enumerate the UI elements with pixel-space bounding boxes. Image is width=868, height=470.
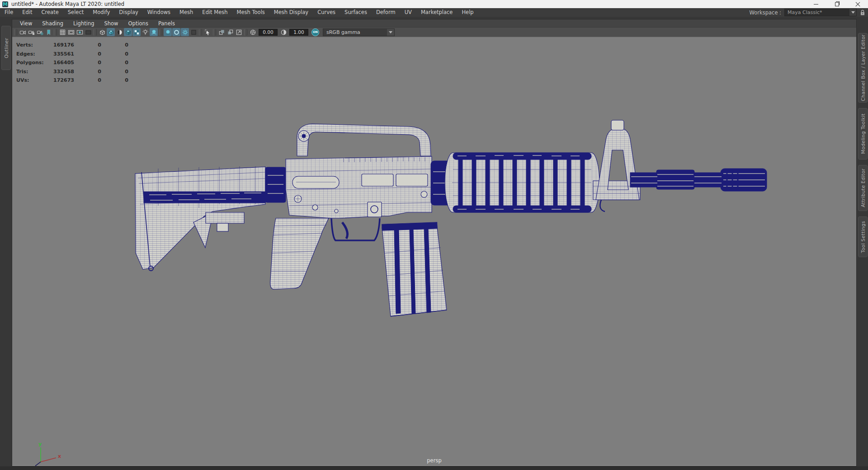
camera-name-label: persp xyxy=(427,457,441,464)
exposure-icon[interactable] xyxy=(249,28,257,36)
workspace-value: Maya Classic* xyxy=(788,9,822,15)
gate-mask-icon[interactable] xyxy=(84,28,92,36)
poly-count-hud: Verts:16917600 Edges:33556100 Polygons:1… xyxy=(16,42,128,86)
panel-menu-shading[interactable]: Shading xyxy=(37,20,68,27)
menu-edit-mesh[interactable]: Edit Mesh xyxy=(198,8,232,17)
hud-label: Edges: xyxy=(16,51,49,60)
maya-app-icon: M xyxy=(2,1,8,7)
right-sidebar: Channel Box / Layer Editor Modeling Tool… xyxy=(857,17,868,466)
workspace-area: Workspace : Maya Classic* xyxy=(750,9,868,16)
menu-mesh-display[interactable]: Mesh Display xyxy=(269,8,313,17)
panel-menu-options[interactable]: Options xyxy=(123,20,153,27)
workspace-select[interactable]: Maya Classic* xyxy=(784,9,857,16)
menu-mesh-tools[interactable]: Mesh Tools xyxy=(232,8,269,17)
camera-attributes-icon[interactable] xyxy=(36,28,44,36)
contrast-icon[interactable] xyxy=(279,28,288,36)
select-camera-icon[interactable] xyxy=(19,28,27,36)
menu-marketplace[interactable]: Marketplace xyxy=(416,8,457,17)
tab-channel-box-layer-editor[interactable]: Channel Box / Layer Editor xyxy=(858,33,868,103)
workspace-label: Workspace : xyxy=(750,9,781,16)
menu-surfaces[interactable]: Surfaces xyxy=(340,8,372,17)
lock-camera-icon[interactable] xyxy=(27,28,35,36)
menu-display[interactable]: Display xyxy=(114,8,142,17)
title-bar: M untitled* - Autodesk Maya LT 2020: unt… xyxy=(0,0,868,8)
menu-uv[interactable]: UV xyxy=(400,8,416,17)
viewport-3d[interactable]: Verts:16917600 Edges:33556100 Polygons:1… xyxy=(12,37,856,466)
view-transform-arrow-icon xyxy=(387,29,394,36)
hud-label: Tris: xyxy=(16,69,49,78)
menu-curves[interactable]: Curves xyxy=(313,8,340,17)
toolbar-separator xyxy=(54,29,57,36)
panel-menu-view[interactable]: View xyxy=(15,20,37,27)
wireframe-on-shaded-icon[interactable] xyxy=(115,28,123,36)
film-gate-icon[interactable] xyxy=(67,28,75,36)
minimize-button[interactable] xyxy=(806,0,826,8)
toolbar-separator xyxy=(213,29,216,36)
smooth-shade-icon[interactable] xyxy=(107,28,115,36)
toolbar-separator xyxy=(14,29,17,36)
toolbar-separator xyxy=(244,29,247,36)
tab-tool-settings[interactable]: Tool Settings xyxy=(858,216,868,257)
menu-file[interactable]: File xyxy=(0,8,18,17)
panel-menu-show[interactable]: Show xyxy=(99,20,123,27)
use-all-lights-icon[interactable] xyxy=(132,28,141,36)
restore-icon xyxy=(835,2,839,6)
bookmark-icon[interactable] xyxy=(44,28,52,36)
menu-edit[interactable]: Edit xyxy=(18,8,37,17)
view-transform-select[interactable]: sRGB gamma xyxy=(323,28,395,36)
select-tool-icon[interactable] xyxy=(203,28,212,36)
hud-label: Verts: xyxy=(16,42,49,51)
textured-mode-icon[interactable] xyxy=(124,28,132,36)
left-sidebar: Outliner xyxy=(0,17,12,466)
panel-menu-bar: View Shading Lighting Show Options Panel… xyxy=(12,19,856,27)
color-management-toggle[interactable]: ON xyxy=(311,28,319,36)
toolbar-separator xyxy=(94,29,97,36)
window-bottom-edge xyxy=(0,466,868,470)
toolbar-separator xyxy=(159,29,162,36)
main-menu-bar: File Edit Create Select Modify Display W… xyxy=(0,8,868,17)
viewport-panel: View Shading Lighting Show Options Panel… xyxy=(12,19,857,466)
menu-deform[interactable]: Deform xyxy=(372,8,400,17)
close-button[interactable] xyxy=(847,0,868,8)
default-lighting-icon[interactable] xyxy=(141,28,149,36)
hud-label: UVs: xyxy=(16,77,49,86)
minimize-icon xyxy=(814,4,818,5)
isolate-select-icon[interactable] xyxy=(217,28,226,36)
panel-menu-panels[interactable]: Panels xyxy=(153,20,180,27)
menu-select[interactable]: Select xyxy=(63,8,88,17)
tab-modeling-toolkit[interactable]: Modeling Toolkit xyxy=(858,108,868,160)
depth-of-field-icon[interactable] xyxy=(189,28,198,36)
tab-outliner[interactable]: Outliner xyxy=(1,26,11,70)
maya-application-window: M untitled* - Autodesk Maya LT 2020: unt… xyxy=(0,0,868,470)
exposure-field[interactable]: 0.00 xyxy=(259,29,278,36)
anti-aliasing-icon[interactable] xyxy=(181,28,189,36)
window-title: untitled* - Autodesk Maya LT 2020: untit… xyxy=(11,1,124,7)
view-transform-value: sRGB gamma xyxy=(326,29,360,35)
shadows-icon[interactable] xyxy=(150,28,158,36)
workspace-dropdown-arrow-icon xyxy=(849,9,856,16)
toolbar-separator xyxy=(199,29,202,36)
contrast-field[interactable]: 1.00 xyxy=(289,29,308,36)
restore-button[interactable] xyxy=(826,0,847,8)
isolate-selected-view-icon[interactable] xyxy=(226,28,234,36)
ssao-icon[interactable] xyxy=(164,28,172,36)
grid-icon[interactable] xyxy=(58,28,66,36)
motion-blur-icon[interactable] xyxy=(172,28,180,36)
close-icon xyxy=(855,2,860,7)
tab-attribute-editor[interactable]: Attribute Editor xyxy=(858,165,868,211)
resolution-gate-icon[interactable] xyxy=(75,28,84,36)
hud-label: Polygons: xyxy=(16,60,49,69)
panel-menu-lighting[interactable]: Lighting xyxy=(68,20,99,27)
panel-toolbar: 0.00 1.00 ON sRGB gamma xyxy=(12,27,856,37)
menu-mesh[interactable]: Mesh xyxy=(175,8,198,17)
menu-create[interactable]: Create xyxy=(37,8,63,17)
wireframe-mode-icon[interactable] xyxy=(98,28,106,36)
menu-modify[interactable]: Modify xyxy=(88,8,114,17)
zoom-region-icon[interactable] xyxy=(235,28,243,36)
menu-windows[interactable]: Windows xyxy=(143,8,175,17)
lock-workspace-icon[interactable] xyxy=(860,9,865,16)
menu-help[interactable]: Help xyxy=(457,8,478,17)
window-controls xyxy=(806,0,868,8)
